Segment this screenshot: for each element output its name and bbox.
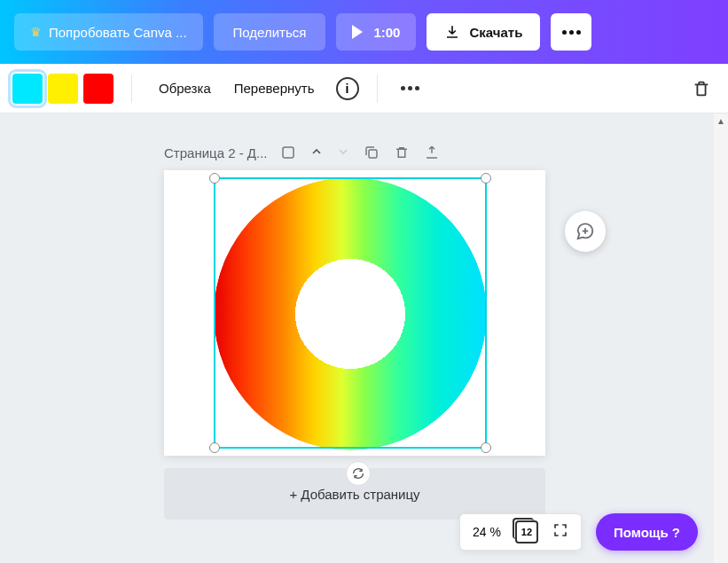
page-count-button[interactable]: 12 [515, 520, 538, 543]
download-label: Скачать [469, 25, 522, 40]
export-icon[interactable] [423, 144, 441, 161]
page-title[interactable]: Страница 2 - Д... [164, 145, 267, 160]
info-icon[interactable]: i [336, 77, 359, 100]
fullscreen-button[interactable] [552, 522, 568, 542]
canvas-area[interactable]: Страница 2 - Д... + Добавить страницу 24… [0, 113, 714, 563]
color-swatch-1[interactable] [12, 74, 43, 104]
trash-icon [692, 79, 711, 98]
more-button[interactable] [551, 13, 591, 51]
try-pro-button[interactable]: ♛ Попробовать Canva ... [14, 13, 203, 51]
download-icon [444, 24, 460, 40]
tool-bar: Обрезка Перевернуть i [0, 64, 728, 113]
resize-handle-tl[interactable] [209, 173, 220, 184]
page-up-button[interactable] [309, 145, 324, 161]
zoom-control: 24 % 12 [459, 513, 582, 551]
download-button[interactable]: Скачать [427, 13, 540, 51]
play-button[interactable]: 1:00 [336, 13, 416, 51]
page-header: Страница 2 - Д... [164, 144, 441, 161]
try-pro-label: Попробовать Canva ... [49, 25, 187, 40]
play-icon [352, 25, 363, 39]
resize-handle-br[interactable] [481, 442, 491, 453]
more-icon [401, 86, 419, 90]
duration-label: 1:00 [373, 25, 400, 40]
delete-button[interactable] [687, 74, 716, 103]
comment-icon [575, 222, 595, 241]
scrollbar[interactable]: ▲ [714, 113, 728, 563]
color-swatch-2[interactable] [48, 74, 78, 104]
fullscreen-icon [552, 522, 568, 538]
duplicate-icon[interactable] [363, 144, 380, 161]
delete-page-icon[interactable] [393, 144, 411, 161]
separator [377, 74, 378, 103]
more-icon [562, 30, 581, 35]
svg-rect-1 [369, 150, 377, 158]
scroll-up-icon[interactable]: ▲ [714, 113, 728, 128]
comment-button[interactable] [565, 211, 606, 252]
share-button[interactable]: Поделиться [214, 13, 326, 51]
zoom-value[interactable]: 24 % [473, 525, 501, 539]
separator [131, 74, 132, 103]
help-button[interactable]: Помощь ? [596, 513, 698, 551]
flip-button[interactable]: Перевернуть [225, 81, 324, 96]
resize-handle-tr[interactable] [481, 173, 491, 184]
crown-icon: ♛ [30, 25, 42, 39]
top-bar: ♛ Попробовать Canva ... Поделиться 1:00 … [0, 0, 728, 64]
svg-rect-0 [283, 147, 294, 158]
notes-icon[interactable] [279, 144, 297, 161]
selection-box[interactable] [214, 177, 487, 449]
crop-button[interactable]: Обрезка [150, 81, 220, 96]
sync-icon [351, 466, 365, 481]
color-swatch-3[interactable] [83, 74, 114, 104]
page-down-button[interactable] [336, 145, 350, 161]
bottom-bar: 24 % 12 Помощь ? [459, 513, 698, 551]
resize-handle-bl[interactable] [209, 442, 220, 453]
sync-button[interactable] [346, 461, 371, 486]
page-canvas[interactable] [164, 170, 545, 456]
toolbar-more-button[interactable] [395, 70, 426, 107]
